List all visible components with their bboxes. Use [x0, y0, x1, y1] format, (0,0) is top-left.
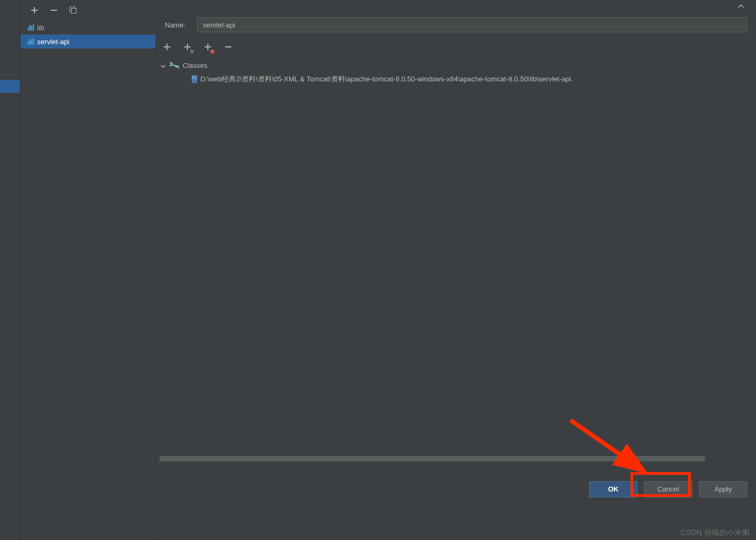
add-from-maven-button[interactable] — [183, 43, 192, 51]
left-gutter — [0, 0, 20, 540]
cancel-button[interactable]: Cancel — [644, 481, 692, 497]
name-label: Name: — [165, 21, 188, 29]
remove-item-button[interactable] — [224, 43, 233, 51]
library-list: lib servlet-api — [20, 20, 156, 540]
apply-button[interactable]: Apply — [699, 481, 747, 497]
library-name-input[interactable] — [197, 17, 747, 32]
classes-tree[interactable]: 🔧 Classes D:\web经典2\资料\资料\05-XML & Tomca… — [156, 56, 756, 463]
classes-toolbar — [156, 38, 756, 56]
gutter-selection-indicator — [0, 80, 20, 93]
library-toolbar — [20, 0, 156, 20]
ok-button[interactable]: OK — [589, 481, 638, 497]
copy-library-button[interactable] — [69, 6, 78, 15]
remove-library-button[interactable] — [50, 6, 58, 15]
horizontal-scrollbar[interactable] — [159, 456, 753, 461]
watermark-text: CSDN @喝的小米粥 — [681, 528, 750, 538]
tree-path-text: D:\web经典2\资料\资料\05-XML & Tomcat\资料\apach… — [200, 74, 573, 84]
collapse-icon[interactable] — [737, 2, 745, 12]
scrollbar-thumb[interactable] — [159, 456, 705, 461]
library-icon — [28, 24, 34, 31]
tree-node-classes[interactable]: 🔧 Classes — [160, 58, 756, 72]
library-item-label: servlet-api — [37, 38, 69, 46]
wrench-icon: 🔧 — [167, 59, 181, 72]
tree-node-label: Classes — [183, 61, 207, 70]
library-item-label: lib — [37, 24, 44, 32]
main-panel: Name: 🔧 Cl — [156, 0, 756, 540]
add-library-button[interactable] — [30, 6, 39, 15]
library-icon — [28, 38, 34, 45]
tree-node-jar-path[interactable]: D:\web经典2\资料\资料\05-XML & Tomcat\资料\apach… — [160, 72, 756, 86]
jar-icon — [192, 75, 197, 83]
dialog-footer: OK Cancel Apply — [156, 474, 756, 503]
library-item-servlet-api[interactable]: servlet-api — [20, 34, 156, 49]
add-directory-button[interactable] — [204, 43, 212, 51]
library-list-panel: lib servlet-api — [20, 0, 156, 540]
library-item-lib[interactable]: lib — [20, 20, 156, 34]
add-item-button[interactable] — [163, 43, 171, 51]
name-row: Name: — [156, 14, 756, 38]
chevron-down-icon[interactable] — [160, 63, 166, 68]
